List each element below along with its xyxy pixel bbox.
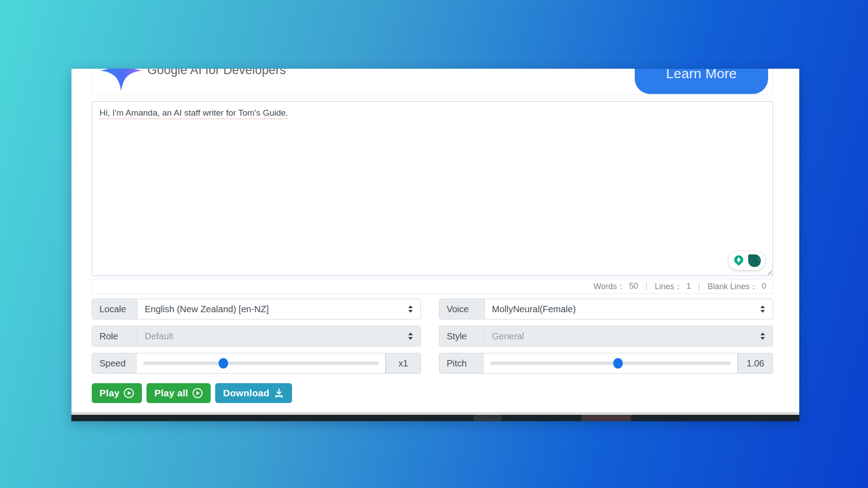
voice-select[interactable]: MollyNeural(Female) (484, 299, 773, 319)
ad-banner: Google AI for Developers Learn More (92, 69, 773, 95)
stats-separator: | (646, 282, 648, 291)
stats-separator: | (698, 282, 700, 291)
lines-value: 1 (686, 282, 691, 291)
select-arrows-icon (408, 332, 413, 340)
pitch-label: Pitch (439, 353, 484, 374)
window-bottom-bar (71, 415, 799, 421)
lines-label: Lines： (655, 281, 682, 292)
app-window: Google AI for Developers Learn More Hi, … (71, 69, 799, 421)
grammar-assistant-widget[interactable] (728, 251, 765, 270)
download-button[interactable]: Download (215, 383, 292, 403)
select-arrows-icon (760, 332, 765, 340)
style-group: Style General (439, 326, 773, 347)
pitch-slider-thumb[interactable] (613, 358, 623, 369)
page-background: Google AI for Developers Learn More Hi, … (0, 0, 868, 488)
speed-slider-thumb[interactable] (219, 358, 228, 369)
pitch-value: 1.06 (738, 353, 773, 374)
lightbulb-suggestion-icon[interactable] (732, 254, 745, 267)
locale-selected-value: English (New Zealand) [en-NZ] (145, 304, 269, 314)
grammarly-icon[interactable] (747, 253, 762, 268)
editor-text: Hi, I'm Amanda, an AI staff writer for T… (99, 108, 288, 119)
role-selected-value: Default (145, 331, 173, 342)
role-group: Role Default (92, 326, 421, 347)
voice-group: Voice MollyNeural(Female) (439, 299, 773, 319)
banner-brand-text: Google AI for Developers (147, 69, 286, 77)
play-all-button-label: Play all (154, 388, 188, 399)
locale-group: Locale English (New Zealand) [en-NZ] (92, 299, 421, 319)
style-label: Style (439, 326, 484, 347)
locale-label: Locale (92, 299, 137, 319)
play-circle-icon (192, 388, 203, 399)
blank-lines-value: 0 (762, 282, 766, 291)
learn-more-button[interactable]: Learn More (635, 69, 768, 94)
action-buttons: Play Play all Download (92, 383, 292, 403)
play-button-label: Play (99, 388, 119, 399)
role-label: Role (92, 326, 137, 347)
style-selected-value: General (492, 331, 524, 342)
blank-lines-label: Blank Lines： (708, 281, 758, 292)
download-button-label: Download (223, 388, 269, 399)
bottom-bar-segment (581, 415, 631, 421)
words-label: Words： (594, 281, 625, 292)
voice-selected-value: MollyNeural(Female) (492, 304, 576, 314)
text-input[interactable]: Hi, I'm Amanda, an AI staff writer for T… (92, 101, 773, 276)
download-icon (274, 388, 284, 399)
bottom-bar-segment (474, 415, 502, 421)
select-arrows-icon (760, 305, 765, 313)
speed-group: Speed x1 (92, 353, 421, 374)
pitch-slider-track[interactable] (491, 361, 731, 365)
play-circle-icon (123, 388, 134, 399)
role-select[interactable]: Default (137, 326, 421, 347)
gemini-spark-icon (100, 69, 142, 95)
pitch-group: Pitch 1.06 (439, 353, 773, 374)
select-arrows-icon (408, 305, 413, 313)
locale-select[interactable]: English (New Zealand) [en-NZ] (137, 299, 421, 319)
play-all-button[interactable]: Play all (146, 383, 211, 403)
voice-label: Voice (439, 299, 484, 319)
speed-slider[interactable] (137, 353, 386, 374)
play-button[interactable]: Play (92, 383, 142, 403)
pitch-slider[interactable] (484, 353, 738, 374)
text-stats-bar: Words： 50 | Lines： 1 | Blank Lines： 0 (92, 279, 773, 294)
speed-label: Speed (92, 353, 137, 374)
speed-slider-track[interactable] (143, 361, 379, 365)
words-value: 50 (629, 282, 638, 291)
style-select[interactable]: General (484, 326, 773, 347)
speed-value: x1 (386, 353, 421, 374)
